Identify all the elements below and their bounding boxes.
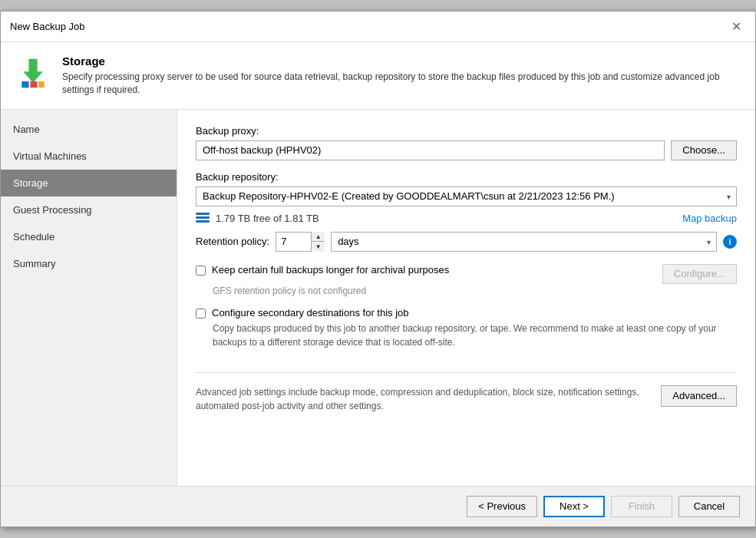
backup-proxy-row: Choose... xyxy=(196,140,737,160)
backup-repository-select-wrapper: Backup Repository-HPHV02-E (Created by G… xyxy=(196,186,737,206)
header-title: Storage xyxy=(62,54,740,68)
storage-lines-icon xyxy=(196,213,210,223)
sidebar-item-summary[interactable]: Summary xyxy=(1,250,177,277)
backup-repository-row: Backup Repository-HPHV02-E (Created by G… xyxy=(196,186,737,206)
storage-free-text: 1.79 TB free of 1.81 TB xyxy=(216,213,676,224)
keep-full-backups-label: Keep certain full backups longer for arc… xyxy=(212,264,449,276)
retention-spinner: ▲ ▼ xyxy=(276,232,325,252)
sidebar-item-guest-processing[interactable]: Guest Processing xyxy=(1,196,177,223)
close-button[interactable]: ✕ xyxy=(727,18,746,35)
header-text: Storage Specify processing proxy server … xyxy=(62,54,740,97)
retention-unit-wrapper: days restore points xyxy=(331,232,717,252)
svg-rect-6 xyxy=(196,220,210,223)
veeam-header-icon xyxy=(16,54,50,91)
header-area: Storage Specify processing proxy server … xyxy=(1,42,755,110)
backup-proxy-input[interactable] xyxy=(196,140,665,160)
header-description: Specify processing proxy server to be us… xyxy=(62,71,740,97)
retention-policy-label: Retention policy: xyxy=(196,236,269,247)
advanced-button[interactable]: Advanced... xyxy=(661,385,737,407)
choose-proxy-button[interactable]: Choose... xyxy=(671,140,737,160)
advanced-description: Advanced job settings include backup mod… xyxy=(196,385,649,413)
spinner-up-button[interactable]: ▲ xyxy=(312,232,325,243)
sidebar-item-storage[interactable]: Storage xyxy=(1,170,177,196)
backup-repository-select[interactable]: Backup Repository-HPHV02-E (Created by G… xyxy=(196,186,737,206)
svg-rect-1 xyxy=(21,81,28,87)
main-window: New Backup Job ✕ Storage Specify process… xyxy=(0,11,756,527)
next-button[interactable]: Next > xyxy=(543,496,605,517)
retention-unit-select[interactable]: days restore points xyxy=(331,232,717,252)
secondary-destinations-desc: Copy backups produced by this job to ano… xyxy=(213,322,737,349)
content-panel: Backup proxy: Choose... Backup repositor… xyxy=(177,110,755,486)
window-title: New Backup Job xyxy=(10,21,85,32)
sidebar-item-name[interactable]: Name xyxy=(1,116,177,143)
title-bar-left: New Backup Job xyxy=(10,21,85,32)
svg-marker-0 xyxy=(23,59,43,83)
svg-rect-5 xyxy=(196,216,210,219)
storage-info-row: 1.79 TB free of 1.81 TB Map backup xyxy=(196,213,737,224)
spinner-down-button[interactable]: ▼ xyxy=(312,242,325,252)
backup-repository-label: Backup repository: xyxy=(196,171,737,183)
retention-info-icon: i xyxy=(723,235,737,249)
finish-button: Finish xyxy=(611,496,672,517)
title-bar: New Backup Job ✕ xyxy=(1,12,755,42)
svg-rect-2 xyxy=(30,81,37,87)
svg-rect-4 xyxy=(196,213,210,215)
secondary-destinations-label: Configure secondary destinations for thi… xyxy=(212,307,409,319)
retention-policy-row: Retention policy: ▲ ▼ days restore point… xyxy=(196,232,737,252)
map-backup-link[interactable]: Map backup xyxy=(682,213,737,224)
footer: < Previous Next > Finish Cancel xyxy=(1,486,755,526)
svg-rect-3 xyxy=(38,81,44,87)
secondary-destinations-row: Configure secondary destinations for thi… xyxy=(196,307,737,319)
secondary-destinations-checkbox[interactable] xyxy=(196,309,206,319)
backup-proxy-label: Backup proxy: xyxy=(196,125,737,137)
main-content: Name Virtual Machines Storage Guest Proc… xyxy=(1,110,755,486)
sidebar-item-schedule[interactable]: Schedule xyxy=(1,223,177,250)
keep-full-backups-checkbox[interactable] xyxy=(196,266,206,276)
advanced-section: Advanced job settings include backup mod… xyxy=(196,372,737,413)
previous-button[interactable]: < Previous xyxy=(467,496,537,517)
sidebar: Name Virtual Machines Storage Guest Proc… xyxy=(1,110,177,486)
spinner-arrows: ▲ ▼ xyxy=(311,232,325,252)
sidebar-item-virtual-machines[interactable]: Virtual Machines xyxy=(1,143,177,170)
keep-full-backups-row: Keep certain full backups longer for arc… xyxy=(196,264,449,276)
configure-button: Configure... xyxy=(662,264,737,284)
cancel-button[interactable]: Cancel xyxy=(678,496,740,517)
gfs-not-configured-text: GFS retention policy is not configured xyxy=(213,286,737,296)
